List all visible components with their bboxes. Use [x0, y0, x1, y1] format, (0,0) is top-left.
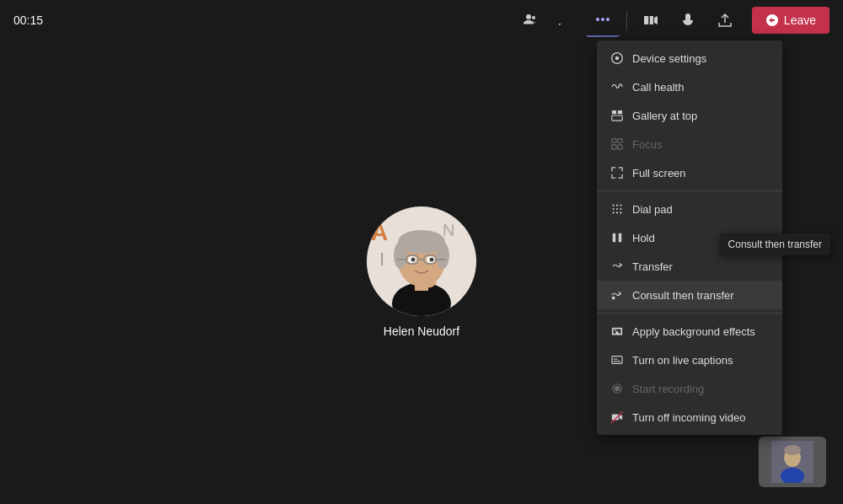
call-health-label: Call health	[632, 81, 684, 94]
svg-point-39	[620, 205, 621, 206]
menu-item-dial-pad[interactable]: Dial pad	[597, 195, 782, 223]
fullscreen-icon	[610, 166, 624, 180]
svg-point-2	[601, 18, 604, 21]
svg-text:A: A	[371, 219, 388, 245]
svg-point-38	[616, 205, 618, 206]
apply-bg-label: Apply background effects	[632, 325, 755, 338]
menu-divider-1	[597, 190, 782, 191]
more-icon	[594, 11, 611, 28]
consult-transfer-icon	[610, 288, 624, 302]
avatar: A I N	[367, 206, 476, 316]
menu-item-fullscreen[interactable]: Full screen	[597, 158, 782, 187]
focus-label: Focus	[632, 138, 662, 151]
svg-point-44	[616, 212, 618, 213]
svg-point-15	[436, 242, 449, 269]
hold-label: Hold	[632, 232, 655, 244]
menu-item-device-settings[interactable]: Device settings	[597, 44, 782, 72]
participant-view: A I N	[367, 206, 476, 338]
gallery-at-top-label: Gallery at top	[632, 110, 697, 122]
more-button[interactable]	[586, 3, 620, 37]
live-captions-icon	[610, 353, 624, 367]
people-button[interactable]	[512, 3, 545, 37]
turn-off-video-label: Turn off incoming video	[632, 411, 745, 424]
menu-divider-2	[597, 313, 782, 314]
leave-icon	[765, 13, 779, 27]
svg-rect-46	[613, 233, 616, 243]
dial-pad-icon	[610, 202, 624, 216]
menu-item-apply-bg[interactable]: Apply background effects	[597, 317, 782, 346]
self-video-thumbnail	[759, 437, 826, 487]
share-icon	[717, 12, 733, 29]
svg-rect-47	[619, 233, 622, 243]
svg-point-40	[613, 208, 615, 210]
svg-point-18	[411, 258, 416, 262]
svg-point-37	[613, 205, 615, 206]
bg-effects-icon	[610, 324, 624, 338]
svg-point-0	[532, 16, 535, 19]
svg-rect-32	[612, 115, 622, 121]
camera-icon	[642, 12, 659, 29]
device-settings-label: Device settings	[632, 52, 706, 65]
menu-item-transfer[interactable]: Transfer	[597, 252, 782, 281]
menu-item-call-health[interactable]: Call health	[597, 72, 782, 101]
participant-name: Helen Neudorf	[384, 324, 459, 338]
transfer-label: Transfer	[632, 260, 673, 273]
mic-button[interactable]	[671, 3, 705, 37]
divider	[626, 10, 627, 30]
people-icon	[520, 12, 537, 29]
svg-rect-31	[618, 110, 622, 114]
tooltip: Consult then transfer	[720, 233, 830, 255]
svg-text:N: N	[443, 221, 454, 239]
leave-label: Leave	[784, 13, 816, 27]
call-health-icon	[610, 80, 624, 94]
svg-rect-34	[618, 139, 622, 142]
svg-point-41	[616, 208, 618, 210]
menu-item-gallery-at-top[interactable]: Gallery at top	[597, 101, 782, 130]
share-button[interactable]	[708, 3, 742, 37]
turn-off-video-icon	[610, 410, 624, 424]
menu-item-consult-then-transfer[interactable]: Consult then transfer	[597, 281, 782, 309]
svg-point-14	[394, 242, 407, 269]
svg-point-53	[615, 386, 619, 390]
fullscreen-label: Full screen	[632, 167, 686, 180]
menu-item-turn-off-video[interactable]: Turn off incoming video	[597, 403, 782, 432]
consult-then-transfer-label: Consult then transfer	[632, 289, 734, 302]
tooltip-text: Consult then transfer	[728, 239, 822, 250]
call-controls: Leave	[512, 3, 830, 37]
mic-icon	[679, 12, 696, 29]
svg-rect-35	[612, 145, 616, 149]
svg-point-42	[620, 208, 621, 210]
svg-rect-30	[612, 110, 616, 114]
device-settings-icon	[610, 51, 624, 65]
chat-icon	[557, 12, 574, 29]
transfer-icon	[610, 260, 624, 273]
menu-item-live-captions[interactable]: Turn on live captions	[597, 346, 782, 374]
video-button[interactable]	[634, 3, 668, 37]
hold-icon	[610, 231, 624, 244]
svg-point-1	[596, 18, 599, 21]
topbar: 00:15	[0, 0, 843, 40]
svg-rect-33	[612, 139, 616, 142]
menu-item-start-recording: Start recording	[597, 374, 782, 403]
start-recording-label: Start recording	[632, 383, 704, 395]
svg-point-28	[784, 445, 801, 455]
svg-point-19	[430, 258, 434, 262]
live-captions-label: Turn on live captions	[632, 354, 733, 367]
dial-pad-label: Dial pad	[632, 203, 673, 216]
svg-rect-36	[618, 145, 622, 149]
call-timer: 00:15	[13, 13, 43, 27]
menu-item-focus: Focus	[597, 130, 782, 158]
recording-icon	[610, 382, 624, 395]
gallery-icon	[610, 109, 624, 122]
chat-button[interactable]	[549, 3, 583, 37]
svg-text:I: I	[379, 249, 384, 270]
focus-icon	[610, 137, 624, 151]
svg-point-43	[613, 212, 615, 213]
svg-rect-49	[612, 357, 622, 364]
svg-point-45	[620, 212, 621, 213]
svg-point-48	[612, 297, 615, 299]
svg-point-3	[606, 18, 609, 21]
leave-button[interactable]: Leave	[752, 7, 830, 34]
